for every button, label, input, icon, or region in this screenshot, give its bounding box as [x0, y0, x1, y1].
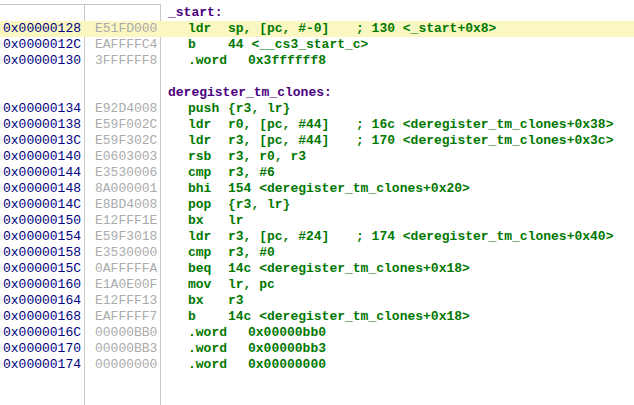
address-cell: 0x00000170 [3, 341, 81, 357]
operands: 44 <__cs3_start_c> [228, 37, 368, 53]
opcode-cell: 3FFFFFF8 [95, 53, 157, 69]
address-cell: 0x0000013C [3, 133, 81, 149]
opcode-cell: E59F002C [95, 117, 157, 133]
disasm-row[interactable]: 0x000001303FFFFFF8.word0x3ffffff8 [0, 53, 634, 69]
opcode-cell: E0603003 [95, 149, 157, 165]
address-cell: 0x00000134 [3, 101, 81, 117]
opcode-cell: E59F3018 [95, 229, 157, 245]
operands: r3, #0 [228, 245, 275, 261]
opcode-cell: 8A000001 [95, 181, 157, 197]
disasm-row[interactable]: 0x0000017400000000.word0x00000000 [0, 357, 634, 373]
branch-target-comment: ; 130 <_start+0x8> [356, 21, 496, 37]
operands: r3, [pc, #44] [228, 133, 329, 149]
opcode-cell: E3530006 [95, 165, 157, 181]
disasm-row[interactable]: 0x00000154E59F3018ldrr3, [pc, #24]; 174 … [0, 229, 634, 245]
disasm-row[interactable]: 0x00000140E0603003rsbr3, r0, r3 [0, 149, 634, 165]
opcode-cell: E59F302C [95, 133, 157, 149]
disasm-row[interactable]: 0x0000012CEAFFFFC4b44 <__cs3_start_c> [0, 37, 634, 53]
disasm-row[interactable]: 0x0000015C0AFFFFFAbeq14c <deregister_tm_… [0, 261, 634, 277]
mnemonic: pop [188, 197, 211, 213]
operands: r3, [pc, #24] [228, 229, 329, 245]
opcode-cell: 00000000 [95, 357, 157, 373]
opcode-cell: E92D4008 [95, 101, 157, 117]
address-cell: 0x00000130 [3, 53, 81, 69]
mnemonic: .word [188, 325, 227, 341]
branch-target-comment: ; 16c <deregister_tm_clones+0x38> [356, 117, 613, 133]
disasm-row[interactable]: 0x0000017000000BB3.word0x00000bb3 [0, 341, 634, 357]
operands: r0, [pc, #44] [228, 117, 329, 133]
mnemonic: b [188, 309, 196, 325]
disasm-row[interactable]: 0x00000138E59F002Cldrr0, [pc, #44]; 16c … [0, 117, 634, 133]
mnemonic: ldr [188, 21, 211, 37]
symbol-label: _start: [168, 5, 223, 21]
mnemonic: push [188, 101, 219, 117]
opcode-cell: E1A0E00F [95, 277, 157, 293]
disasm-row[interactable]: 0x00000128E51FD000ldrsp, [pc, #-0]; 130 … [0, 21, 634, 37]
operands: 154 <deregister_tm_clones+0x20> [228, 181, 470, 197]
disasm-row[interactable]: 0x0000013CE59F302Cldrr3, [pc, #44]; 170 … [0, 133, 634, 149]
mnemonic: bx [188, 293, 204, 309]
operands: r3, r0, r3 [228, 149, 306, 165]
address-cell: 0x0000015C [3, 261, 81, 277]
operands: 0x00000000 [248, 357, 326, 373]
address-cell: 0x00000168 [3, 309, 81, 325]
operands: r3 [228, 293, 244, 309]
branch-target-comment: ; 174 <deregister_tm_clones+0x40> [356, 229, 613, 245]
mnemonic: bhi [188, 181, 211, 197]
disasm-row[interactable]: 0x00000168EAFFFFF7b14c <deregister_tm_cl… [0, 309, 634, 325]
address-cell: 0x00000160 [3, 277, 81, 293]
disassembly-view: _start:0x00000128E51FD000ldrsp, [pc, #-0… [0, 0, 634, 405]
disasm-row[interactable]: 0x0000016C00000BB0.word0x00000bb0 [0, 325, 634, 341]
mnemonic: ldr [188, 117, 211, 133]
operands: sp, [pc, #-0] [228, 21, 329, 37]
disasm-row[interactable]: 0x00000134E92D4008push{r3, lr} [0, 101, 634, 117]
opcode-cell: 00000BB3 [95, 341, 157, 357]
mnemonic: bx [188, 213, 204, 229]
mnemonic: ldr [188, 229, 211, 245]
disasm-row[interactable]: 0x00000158E3530000cmpr3, #0 [0, 245, 634, 261]
operands: lr, pc [228, 277, 275, 293]
operands: r3, #6 [228, 165, 275, 181]
opcode-cell: E51FD000 [95, 21, 157, 37]
operands: 0x00000bb3 [248, 341, 326, 357]
operands: {r3, lr} [228, 197, 290, 213]
opcode-cell: 0AFFFFFA [95, 261, 157, 277]
disasm-row[interactable]: 0x000001488A000001bhi154 <deregister_tm_… [0, 181, 634, 197]
mnemonic: beq [188, 261, 211, 277]
disasm-row[interactable]: 0x0000014CE8BD4008pop{r3, lr} [0, 197, 634, 213]
address-cell: 0x00000138 [3, 117, 81, 133]
branch-target-comment: ; 170 <deregister_tm_clones+0x3c> [356, 133, 613, 149]
opcode-cell: E8BD4008 [95, 197, 157, 213]
disasm-row[interactable]: 0x00000164E12FFF13bxr3 [0, 293, 634, 309]
operands: lr [228, 213, 244, 229]
address-cell: 0x00000140 [3, 149, 81, 165]
mnemonic: rsb [188, 149, 211, 165]
blank-row [0, 69, 634, 85]
symbol-label-row: deregister_tm_clones: [0, 85, 634, 101]
mnemonic: mov [188, 277, 211, 293]
operands: 14c <deregister_tm_clones+0x18> [228, 309, 470, 325]
disasm-row[interactable]: 0x00000150E12FFF1Ebxlr [0, 213, 634, 229]
operands: 0x3ffffff8 [248, 53, 326, 69]
opcode-cell: E3530000 [95, 245, 157, 261]
address-cell: 0x0000014C [3, 197, 81, 213]
address-cell: 0x0000012C [3, 37, 81, 53]
address-cell: 0x00000150 [3, 213, 81, 229]
symbol-label: deregister_tm_clones: [168, 85, 332, 101]
disasm-row[interactable]: 0x00000160E1A0E00Fmovlr, pc [0, 277, 634, 293]
operands: 14c <deregister_tm_clones+0x18> [228, 261, 470, 277]
address-cell: 0x00000128 [3, 21, 81, 37]
mnemonic: b [188, 37, 196, 53]
address-cell: 0x00000144 [3, 165, 81, 181]
operands: {r3, lr} [228, 101, 290, 117]
address-cell: 0x00000164 [3, 293, 81, 309]
mnemonic: .word [188, 341, 227, 357]
mnemonic: cmp [188, 165, 211, 181]
opcode-cell: 00000BB0 [95, 325, 157, 341]
address-cell: 0x0000016C [3, 325, 81, 341]
address-cell: 0x00000154 [3, 229, 81, 245]
disassembly-listing: _start:0x00000128E51FD000ldrsp, [pc, #-0… [0, 5, 634, 373]
symbol-label-row: _start: [0, 5, 634, 21]
mnemonic: cmp [188, 245, 211, 261]
disasm-row[interactable]: 0x00000144E3530006cmpr3, #6 [0, 165, 634, 181]
